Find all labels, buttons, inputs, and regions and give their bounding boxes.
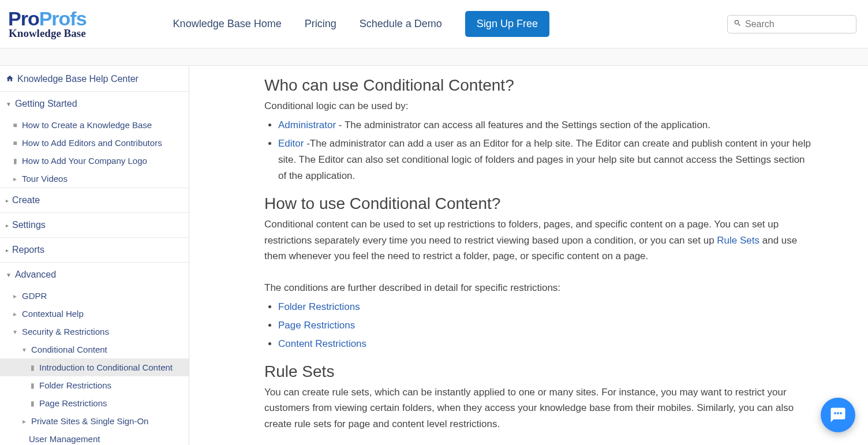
- video-icon: ■: [12, 121, 18, 129]
- caret-right-icon: ▸: [6, 222, 9, 229]
- caret-down-icon: ▼: [6, 272, 12, 278]
- sec-title-create[interactable]: ▸Create: [0, 188, 189, 212]
- section-reports: ▸Reports: [0, 238, 189, 263]
- link-administrator[interactable]: Administrator: [278, 119, 336, 130]
- nav-pricing[interactable]: Pricing: [305, 18, 336, 30]
- sidebar-item-page-r[interactable]: ▮Page Restrictions: [0, 394, 189, 412]
- sec-label: Getting Started: [15, 99, 77, 109]
- sidebar-item-add-editors[interactable]: ■How to Add Editors and Contributors: [0, 134, 189, 152]
- li-admin: Administrator - The administrator can ac…: [278, 117, 813, 133]
- video-icon: ■: [12, 139, 18, 147]
- li-page: Page Restrictions: [278, 317, 813, 334]
- caret-down-icon: ▼: [6, 101, 12, 107]
- p-who: Conditional logic can be used by:: [264, 98, 813, 114]
- heading-who: Who can use Conditional Content?: [264, 76, 813, 95]
- p-rule: You can create rule sets, which can be i…: [264, 384, 813, 432]
- list-who: Administrator - The administrator can ac…: [278, 117, 813, 184]
- sidebar-item-tour-videos[interactable]: ▸Tour Videos: [0, 170, 189, 188]
- sidebar-item-create-kb[interactable]: ■How to Create a Knowledge Base: [0, 116, 189, 134]
- sidebar-item-contextual[interactable]: ▸Contextual Help: [0, 305, 189, 323]
- logo-part-profs: Profs: [39, 8, 87, 29]
- doc-icon: ▮: [12, 157, 18, 165]
- caret-right-icon: ▸: [6, 197, 9, 204]
- topbar: ProProfs Knowledge Base Knowledge Base H…: [0, 0, 868, 48]
- section-advanced: ▼Advanced ▸GDPR ▸Contextual Help ▾Securi…: [0, 263, 189, 445]
- link-editor[interactable]: Editor: [278, 138, 304, 149]
- p-how: Conditional content can be used to set u…: [264, 216, 813, 264]
- signup-button[interactable]: Sign Up Free: [465, 11, 549, 37]
- main-content: Who can use Conditional Content? Conditi…: [189, 66, 868, 445]
- heading-rule: Rule Sets: [264, 362, 813, 381]
- sidebar-item-gdpr[interactable]: ▸GDPR: [0, 287, 189, 305]
- heading-how: How to use Conditional Content?: [264, 195, 813, 213]
- doc-icon: ▮: [29, 364, 36, 372]
- caret-right-icon: ▸: [12, 292, 18, 300]
- caret-right-icon: ▸: [12, 175, 18, 183]
- li-content: Content Restrictions: [278, 336, 813, 352]
- sidebar-home[interactable]: Knowledge Base Help Center: [0, 66, 189, 92]
- link-folder-restrictions[interactable]: Folder Restrictions: [278, 301, 360, 312]
- li-folder: Folder Restrictions: [278, 299, 813, 315]
- logo-subtitle: Knowledge Base: [9, 27, 86, 40]
- li-editor: Editor -The administrator can add a user…: [278, 136, 813, 184]
- caret-down-icon: ▾: [12, 328, 18, 336]
- layout: Knowledge Base Help Center ▼ Getting Sta…: [0, 66, 868, 445]
- logo-text: ProProfs: [8, 9, 87, 28]
- section-create: ▸Create: [0, 188, 189, 213]
- logo-part-pro: Pro: [8, 8, 39, 29]
- sidebar-item-private[interactable]: ▸Private Sites & Single Sign-On: [0, 412, 189, 430]
- logo[interactable]: ProProfs Knowledge Base: [8, 9, 87, 40]
- sidebar-item-add-logo[interactable]: ▮How to Add Your Company Logo: [0, 152, 189, 170]
- caret-right-icon: ▸: [12, 310, 18, 318]
- nav-demo[interactable]: Schedule a Demo: [360, 18, 442, 30]
- search-box[interactable]: [727, 15, 856, 33]
- sec-title-getting-started[interactable]: ▼ Getting Started: [0, 92, 189, 116]
- link-rule-sets[interactable]: Rule Sets: [717, 235, 760, 246]
- link-page-restrictions[interactable]: Page Restrictions: [278, 320, 355, 331]
- home-icon: [6, 74, 14, 84]
- main-nav: Knowledge Base Home Pricing Schedule a D…: [173, 11, 549, 37]
- sidebar-item-security[interactable]: ▾Security & Restrictions: [0, 323, 189, 341]
- nav-kb-home[interactable]: Knowledge Base Home: [173, 18, 282, 30]
- caret-down-icon: ▾: [21, 346, 28, 354]
- section-settings: ▸Settings: [0, 213, 189, 238]
- sec-title-settings[interactable]: ▸Settings: [0, 213, 189, 237]
- caret-right-icon: ▸: [21, 417, 28, 425]
- section-getting-started: ▼ Getting Started ■How to Create a Knowl…: [0, 92, 189, 188]
- p-cond: The conditions are further described in …: [264, 280, 813, 296]
- sidebar: Knowledge Base Help Center ▼ Getting Sta…: [0, 66, 189, 445]
- sidebar-item-folder-r[interactable]: ▮Folder Restrictions: [0, 376, 189, 394]
- chat-button[interactable]: [821, 398, 855, 432]
- sidebar-item-conditional[interactable]: ▾Conditional Content: [0, 341, 189, 358]
- sec-title-reports[interactable]: ▸Reports: [0, 238, 189, 262]
- sidebar-home-link[interactable]: Knowledge Base Help Center: [17, 74, 139, 84]
- search-wrap: [727, 15, 856, 33]
- doc-icon: ▮: [29, 399, 36, 407]
- search-icon: [734, 19, 742, 29]
- link-content-restrictions[interactable]: Content Restrictions: [278, 338, 366, 349]
- list-restrictions: Folder Restrictions Page Restrictions Co…: [278, 299, 813, 352]
- sec-title-advanced[interactable]: ▼Advanced: [0, 263, 189, 287]
- doc-icon: ▮: [29, 382, 36, 390]
- search-input[interactable]: [745, 19, 850, 29]
- sidebar-item-user-mgmt[interactable]: User Management: [0, 430, 189, 445]
- header-band: [0, 48, 868, 66]
- sidebar-item-intro-cc[interactable]: ▮Introduction to Conditional Content: [0, 358, 189, 376]
- caret-right-icon: ▸: [6, 247, 9, 253]
